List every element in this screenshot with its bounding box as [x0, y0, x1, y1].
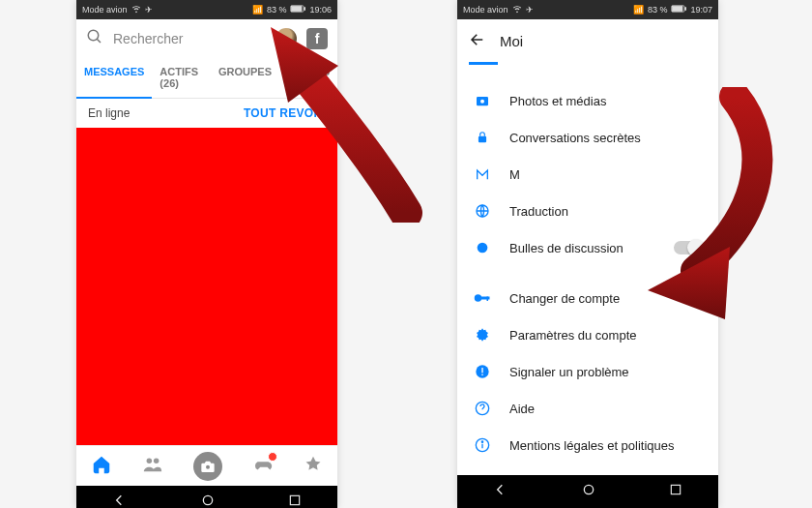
airplane-icon: ✈	[526, 5, 534, 15]
search-row: Rechercher f	[76, 19, 337, 58]
camera-button[interactable]	[193, 452, 222, 481]
battery-icon	[671, 5, 686, 15]
lock-icon	[473, 130, 492, 145]
battery-pct: 83 %	[267, 5, 287, 15]
redacted-content	[76, 128, 337, 445]
row-help[interactable]: Aide	[457, 390, 718, 427]
nav-back-icon[interactable]	[112, 493, 128, 508]
online-label: En ligne	[88, 106, 130, 120]
row-secret-conversations[interactable]: Conversations secrètes	[457, 119, 718, 156]
signal-icon: 📶	[633, 5, 644, 15]
row-label: Signaler un problème	[509, 365, 703, 379]
svg-point-29	[584, 485, 593, 493]
row-legal[interactable]: Mentions légales et politiques	[457, 427, 718, 463]
help-icon	[473, 401, 492, 416]
key-icon	[473, 292, 492, 304]
android-nav-bar	[457, 475, 718, 508]
flight-mode-label: Mode avion	[82, 5, 128, 15]
row-label: Bulles de discussion	[509, 241, 656, 255]
gear-icon	[473, 327, 492, 343]
svg-point-6	[154, 458, 160, 463]
row-label: Changer de compte	[509, 291, 675, 306]
svg-point-17	[478, 243, 488, 254]
svg-line-4	[97, 39, 101, 43]
tab-groupes[interactable]: GROUPES	[211, 58, 279, 98]
row-traduction[interactable]: Traduction	[457, 193, 718, 229]
svg-rect-15	[478, 136, 486, 142]
messenger-home-screen: Mode avion ✈ 📶 83 % 19:06 Rechercher f M…	[76, 0, 337, 508]
m-icon	[473, 166, 492, 182]
nav-home-icon[interactable]	[200, 493, 216, 508]
row-label: Mentions légales et politiques	[509, 438, 703, 453]
wifi-icon	[512, 4, 522, 15]
svg-point-28	[481, 441, 482, 442]
search-input[interactable]: Rechercher	[113, 31, 266, 46]
messenger-settings-screen: Mode avion ✈ 📶 83 % 19:07 Moi Photos et …	[457, 0, 718, 508]
row-m-assistant[interactable]: M	[457, 156, 718, 193]
bottom-toolbar	[76, 445, 337, 486]
back-icon[interactable]	[469, 31, 486, 51]
svg-point-7	[206, 464, 210, 468]
status-bar: Mode avion ✈ 📶 83 % 19:07	[457, 0, 718, 19]
tab-messages[interactable]: MESSAGES	[76, 58, 152, 99]
row-label: Conversations secrètes	[509, 131, 703, 145]
airplane-icon: ✈	[145, 5, 153, 15]
replay-all-button[interactable]: TOUT REVOIR	[244, 106, 326, 120]
nav-recent-icon[interactable]	[288, 493, 302, 508]
globe-icon	[473, 203, 492, 219]
tab-appels[interactable]: APPELS	[279, 58, 337, 98]
svg-point-3	[88, 30, 99, 41]
settings-header: Moi	[457, 19, 718, 62]
svg-rect-24	[481, 374, 482, 375]
row-report-problem[interactable]: Signaler un problème	[457, 353, 718, 390]
row-label: Photos et médias	[509, 94, 703, 108]
discover-icon[interactable]	[304, 455, 323, 478]
nav-back-icon[interactable]	[493, 482, 508, 501]
home-icon[interactable]	[91, 454, 112, 479]
svg-point-14	[480, 100, 484, 104]
notification-badge	[268, 452, 277, 462]
svg-rect-2	[292, 6, 303, 11]
signal-icon: 📶	[252, 5, 263, 15]
svg-rect-12	[673, 6, 683, 11]
nav-home-icon[interactable]	[581, 482, 596, 501]
row-account-settings[interactable]: Paramètres du compte	[457, 316, 718, 353]
row-label: Traduction	[509, 204, 703, 219]
bubbles-toggle[interactable]	[674, 241, 703, 254]
tab-actifs[interactable]: ACTIFS (26)	[152, 58, 211, 98]
wifi-icon	[131, 4, 141, 15]
row-chat-bubbles[interactable]: Bulles de discussion	[457, 229, 718, 266]
info-icon	[473, 437, 492, 453]
chat-bubble-icon	[473, 240, 492, 255]
profile-avatar[interactable]	[276, 28, 297, 49]
svg-rect-11	[685, 8, 686, 11]
svg-rect-1	[304, 8, 305, 11]
nav-recent-icon[interactable]	[669, 483, 682, 500]
svg-point-8	[203, 495, 212, 504]
svg-rect-23	[481, 368, 482, 373]
svg-rect-20	[487, 297, 489, 302]
clock: 19:06	[309, 5, 332, 15]
row-photos-medias[interactable]: Photos et médias	[457, 82, 718, 119]
svg-rect-19	[481, 297, 490, 300]
chevron-right-icon: ▶	[692, 290, 703, 306]
row-switch-account[interactable]: Changer de compte ▶	[457, 280, 718, 316]
status-bar: Mode avion ✈ 📶 83 % 19:06	[76, 0, 337, 19]
top-tabs: MESSAGES ACTIFS (26) GROUPES APPELS	[76, 58, 337, 99]
people-icon[interactable]	[142, 454, 163, 479]
svg-rect-9	[290, 495, 299, 504]
row-label: Paramètres du compte	[509, 328, 703, 343]
android-nav-bar	[76, 486, 337, 508]
online-row: En ligne TOUT REVOIR	[76, 99, 337, 128]
svg-point-5	[147, 458, 153, 463]
row-label: M	[509, 167, 703, 182]
flight-mode-label: Mode avion	[463, 5, 508, 15]
facebook-icon[interactable]: f	[306, 28, 328, 49]
settings-title: Moi	[500, 33, 523, 49]
row-label: Aide	[509, 402, 703, 416]
games-icon[interactable]	[252, 454, 274, 479]
svg-point-18	[475, 294, 482, 302]
battery-pct: 83 %	[648, 5, 668, 15]
search-icon[interactable]	[86, 28, 103, 49]
settings-list: Photos et médias Conversations secrètes …	[457, 65, 718, 463]
